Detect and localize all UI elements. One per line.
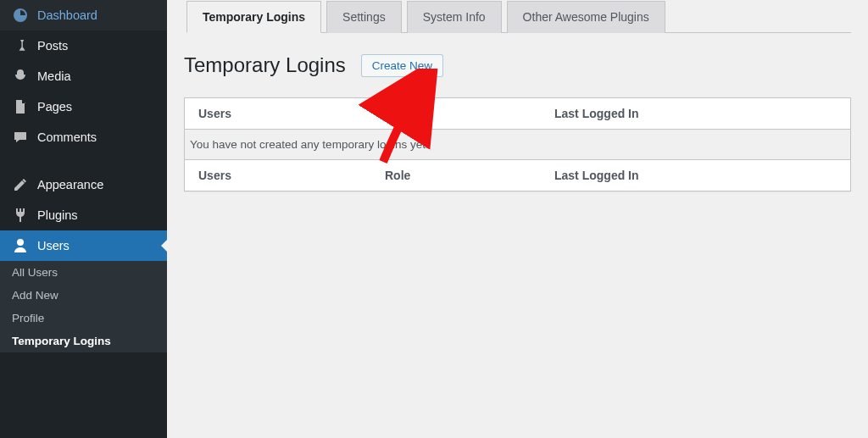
users-icon <box>12 237 29 254</box>
logins-table: Users Role Last Logged In You have not c… <box>184 97 851 191</box>
col-role[interactable]: Role <box>385 107 554 120</box>
sidebar-item-label: Plugins <box>37 208 78 222</box>
sidebar-item-label: Comments <box>37 130 97 144</box>
sidebar-item-users[interactable]: Users <box>0 230 167 261</box>
tab-system-info[interactable]: System Info <box>407 1 502 33</box>
sidebar-item-posts[interactable]: Posts <box>0 30 167 61</box>
main-content: Temporary Logins Settings System Info Ot… <box>167 0 868 438</box>
sidebar-item-pages[interactable]: Pages <box>0 91 167 122</box>
col-last-logged-in-foot: Last Logged In <box>554 169 837 182</box>
sidebar-subitem-profile[interactable]: Profile <box>0 307 167 330</box>
appearance-icon <box>12 176 29 193</box>
sidebar-item-label: Appearance <box>37 178 103 191</box>
media-icon <box>12 68 29 85</box>
sidebar-item-plugins[interactable]: Plugins <box>0 200 167 230</box>
sidebar-subitem-all-users[interactable]: All Users <box>0 261 167 284</box>
comments-icon <box>12 129 29 146</box>
tab-other-plugins[interactable]: Other Awesome Plugins <box>507 1 665 33</box>
dashboard-icon <box>12 7 29 24</box>
col-users-foot: Users <box>198 169 385 182</box>
sidebar-item-label: Posts <box>37 39 68 53</box>
tab-settings[interactable]: Settings <box>326 1 402 33</box>
sidebar-item-label: Users <box>37 239 70 252</box>
col-last-logged-in[interactable]: Last Logged In <box>554 107 837 120</box>
sidebar-item-label: Media <box>37 69 71 83</box>
sidebar-subitem-temporary-logins[interactable]: Temporary Logins <box>0 330 167 352</box>
create-new-button[interactable]: Create New <box>361 54 443 77</box>
page-title: Temporary Logins <box>184 53 346 77</box>
sidebar-item-label: Dashboard <box>37 8 97 22</box>
col-role-foot: Role <box>385 169 554 182</box>
plugins-icon <box>12 207 29 224</box>
sidebar-item-media[interactable]: Media <box>0 61 167 91</box>
tab-bar: Temporary Logins Settings System Info Ot… <box>186 0 851 33</box>
table-header: Users Role Last Logged In <box>185 98 850 130</box>
sidebar-item-appearance[interactable]: Appearance <box>0 169 167 200</box>
sidebar-subitem-add-new[interactable]: Add New <box>0 284 167 307</box>
admin-sidebar: Dashboard Posts Media Pages Comments App… <box>0 0 167 438</box>
sidebar-item-dashboard[interactable]: Dashboard <box>0 0 167 30</box>
tab-temporary-logins[interactable]: Temporary Logins <box>186 1 321 33</box>
table-footer: Users Role Last Logged In <box>185 159 850 191</box>
col-users[interactable]: Users <box>198 107 385 120</box>
page-header: Temporary Logins Create New <box>184 53 851 77</box>
sidebar-item-comments[interactable]: Comments <box>0 122 167 152</box>
pin-icon <box>12 37 29 54</box>
pages-icon <box>12 98 29 115</box>
sidebar-item-label: Pages <box>37 100 72 114</box>
table-empty-message: You have not created any temporary login… <box>185 130 850 159</box>
